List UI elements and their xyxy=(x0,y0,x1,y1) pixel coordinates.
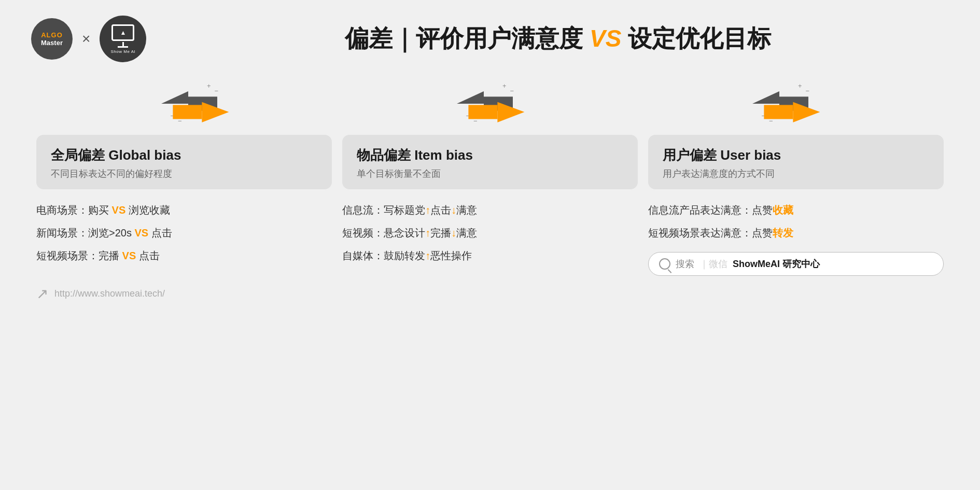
x-separator: × xyxy=(82,31,90,47)
vs-text-2: VS xyxy=(134,227,148,239)
main-container: ALGO Master × Show Me AI 偏差｜评价用户满意度 VS 设… xyxy=(0,0,980,490)
arrows-svg-2: + − − − xyxy=(449,80,531,127)
vs-text-1: VS xyxy=(112,204,126,216)
svg-text:+: + xyxy=(502,82,506,90)
svg-text:−: − xyxy=(214,87,218,95)
showme-text: Show Me AI xyxy=(111,49,136,54)
user-card-subtitle: 用户表达满意度的方式不同 xyxy=(663,167,929,180)
highlight-shoucang: 收藏 xyxy=(773,204,793,216)
algo-bottom-text: Master xyxy=(41,39,63,47)
user-example-1: 信息流产品表达满意：点赞收藏 xyxy=(648,202,944,218)
arrow-group-1: + − − − xyxy=(60,78,329,130)
algo-top-text: ALGO xyxy=(41,31,63,39)
search-icon xyxy=(659,258,670,270)
global-card-title: 全局偏差 Global bias xyxy=(51,146,317,164)
bias-card-item: 物品偏差 Item bias 单个目标衡量不全面 xyxy=(342,135,638,189)
svg-text:+: + xyxy=(798,82,802,90)
global-example-2: 新闻场景：浏览>20s VS 点击 xyxy=(36,225,332,241)
item-example-1: 信息流：写标题党↑点击↓满意 xyxy=(342,202,638,218)
svg-rect-22 xyxy=(764,105,793,119)
search-placeholder: 搜索 xyxy=(676,258,694,270)
item-examples-col: 信息流：写标题党↑点击↓满意 短视频：悬念设计↑完播↓满意 自媒体：鼓励转发↑恶… xyxy=(342,202,638,276)
svg-text:−: − xyxy=(510,87,513,95)
footer: ↗ http://www.showmeai.tech/ xyxy=(31,285,949,302)
cards-row: 全局偏差 Global bias 不同目标表达不同的偏好程度 物品偏差 Item… xyxy=(31,135,949,189)
search-separator: ｜微信 xyxy=(699,258,727,270)
arrows-svg-1: + − − − xyxy=(153,80,236,127)
highlight-zhuanfa: 转发 xyxy=(773,227,793,239)
item-example-3: 自媒体：鼓励转发↑恶性操作 xyxy=(342,248,638,263)
svg-text:−: − xyxy=(805,87,809,95)
global-example-3: 短视频场景：完播 VS 点击 xyxy=(36,248,332,263)
up-arrow-1: ↑ xyxy=(425,204,430,216)
title-vs: VS xyxy=(590,25,621,52)
arrows-svg-3: + − − − xyxy=(744,80,827,127)
search-box[interactable]: 搜索 ｜微信 ShowMeAI 研究中心 xyxy=(648,252,944,276)
footer-url: http://www.showmeai.tech/ xyxy=(54,288,165,299)
main-title: 偏差｜评价用户满意度 VS 设定优化目标 xyxy=(167,23,949,55)
item-example-2: 短视频：悬念设计↑完播↓满意 xyxy=(342,225,638,241)
global-example-1: 电商场景：购买 VS 浏览收藏 xyxy=(36,202,332,218)
up-arrow-3: ↑ xyxy=(425,250,430,261)
monitor-base xyxy=(118,46,128,48)
user-example-2: 短视频场景表达满意：点赞转发 xyxy=(648,225,944,241)
cursor-icon: ↗ xyxy=(36,285,48,302)
svg-marker-12 xyxy=(457,91,484,104)
monitor-stand xyxy=(122,42,124,46)
showme-logo: Show Me AI xyxy=(100,16,146,62)
bias-card-global: 全局偏差 Global bias 不同目标表达不同的偏好程度 xyxy=(36,135,332,189)
down-arrow-2: ↓ xyxy=(451,227,456,239)
examples-row: 电商场景：购买 VS 浏览收藏 新闻场景：浏览>20s VS 点击 短视频场景：… xyxy=(31,202,949,276)
svg-marker-4 xyxy=(161,91,188,104)
monitor-icon xyxy=(111,24,134,41)
arrows-row: + − − − + − − − xyxy=(31,78,949,130)
vs-text-3: VS xyxy=(122,250,136,261)
svg-rect-14 xyxy=(468,105,497,119)
user-card-title: 用户偏差 User bias xyxy=(663,146,929,164)
up-arrow-2: ↑ xyxy=(425,227,430,239)
logo-area: ALGO Master × Show Me AI xyxy=(31,16,146,62)
arrow-group-2: + − − − xyxy=(355,78,625,130)
item-card-subtitle: 单个目标衡量不全面 xyxy=(357,167,623,180)
down-arrow-1: ↓ xyxy=(451,204,456,216)
svg-text:+: + xyxy=(207,82,211,90)
user-examples-col: 信息流产品表达满意：点赞收藏 短视频场景表达满意：点赞转发 搜索 ｜微信 Sho… xyxy=(648,202,944,276)
header: ALGO Master × Show Me AI 偏差｜评价用户满意度 VS 设… xyxy=(31,16,949,62)
svg-marker-20 xyxy=(752,91,779,104)
global-card-subtitle: 不同目标表达不同的偏好程度 xyxy=(51,167,317,180)
bias-card-user: 用户偏差 User bias 用户表达满意度的方式不同 xyxy=(648,135,944,189)
arrow-group-3: + − − − xyxy=(651,78,920,130)
global-examples-col: 电商场景：购买 VS 浏览收藏 新闻场景：浏览>20s VS 点击 短视频场景：… xyxy=(36,202,332,276)
svg-rect-6 xyxy=(173,105,202,119)
algo-logo: ALGO Master xyxy=(31,18,73,60)
showmeai-label: ShowMeAI 研究中心 xyxy=(733,258,820,270)
item-card-title: 物品偏差 Item bias xyxy=(357,146,623,164)
